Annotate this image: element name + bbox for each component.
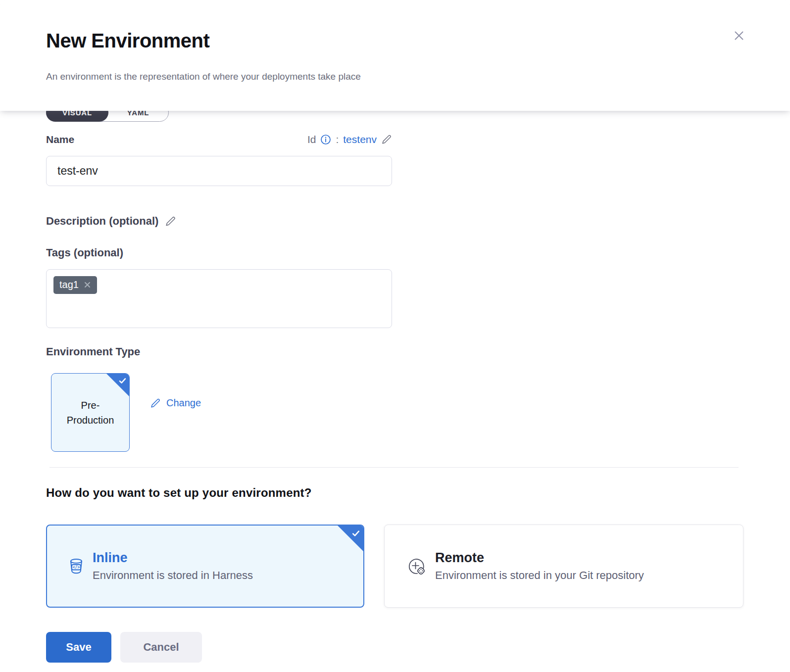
svg-text:</>: </>	[73, 565, 80, 570]
close-icon	[731, 28, 747, 44]
setup-heading: How do you want to set up your environme…	[46, 486, 312, 500]
check-icon	[351, 528, 361, 540]
option-card-inline[interactable]: </> Inline Environment is stored in Harn…	[46, 525, 364, 608]
environment-type-label: Environment Type	[46, 345, 140, 358]
option-card-remote[interactable]: Remote Environment is stored in your Git…	[384, 525, 743, 608]
new-environment-modal: VISUAL YAML New Environment An environme…	[0, 0, 790, 672]
tag-chip-label: tag1	[59, 279, 79, 290]
tag-chip: tag1	[53, 276, 97, 294]
tag-remove-icon[interactable]	[84, 281, 91, 288]
environment-type-card-pre-production: Pre-Production	[51, 373, 130, 452]
remote-option-title: Remote	[435, 550, 644, 566]
id-separator: :	[336, 134, 339, 145]
edit-icon	[150, 398, 161, 409]
change-environment-type-link[interactable]: Change	[150, 397, 201, 409]
change-link-label: Change	[166, 397, 201, 409]
section-divider	[49, 467, 739, 468]
modal-header: New Environment An environment is the re…	[0, 0, 790, 111]
edit-description-icon[interactable]	[165, 216, 176, 227]
page-title: New Environment	[46, 30, 209, 52]
tags-label: Tags (optional)	[46, 246, 123, 259]
remote-option-description: Environment is stored in your Git reposi…	[435, 569, 644, 582]
name-input[interactable]	[46, 156, 392, 186]
close-button[interactable]	[730, 27, 748, 45]
inline-storage-icon: </>	[68, 557, 85, 575]
info-icon[interactable]	[320, 134, 331, 145]
id-value: testenv	[343, 134, 377, 145]
tags-input[interactable]: tag1	[46, 269, 392, 328]
description-label: Description (optional)	[46, 215, 158, 228]
edit-id-icon[interactable]	[381, 134, 392, 145]
save-button[interactable]: Save	[46, 632, 111, 663]
cancel-button[interactable]: Cancel	[120, 632, 202, 663]
remote-git-icon	[405, 555, 427, 577]
id-label: Id	[307, 134, 316, 145]
description-row: Description (optional)	[46, 215, 176, 228]
check-icon	[118, 376, 127, 387]
environment-type-value: Pre-Production	[51, 398, 129, 428]
inline-option-description: Environment is stored in Harness	[93, 569, 253, 582]
page-subtitle: An environment is the representation of …	[46, 71, 361, 82]
id-row: Id : testenv	[46, 134, 392, 145]
inline-option-title: Inline	[93, 550, 253, 566]
